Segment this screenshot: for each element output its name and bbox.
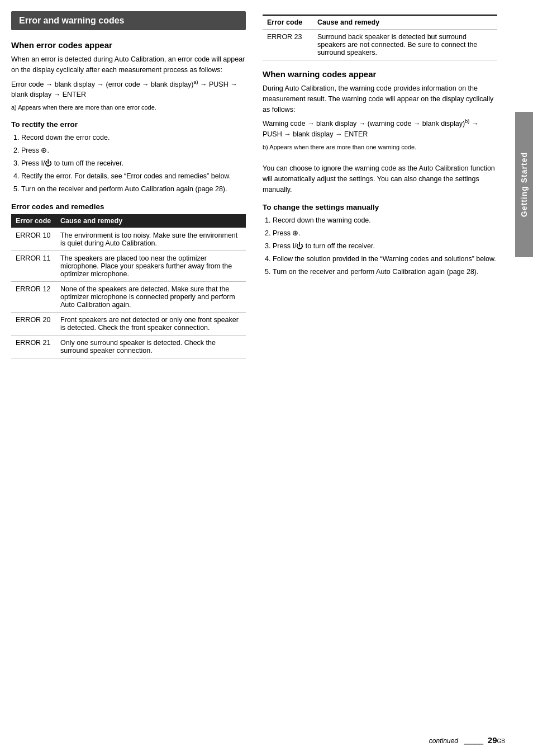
left-column: Error and warning codes When error codes…	[11, 11, 246, 745]
when-warning-codes-body2: You can choose to ignore the warning cod…	[263, 163, 497, 195]
remedy-cell: The environment is too noisy. Make sure …	[56, 228, 246, 251]
page-wrapper: Getting Started Error and warning codes …	[0, 0, 533, 756]
side-tab-label: Getting Started	[520, 152, 529, 217]
rectify-step-5: Turn on the receiver and perform Auto Ca…	[21, 183, 246, 195]
col-header-remedy: Cause and remedy	[56, 214, 246, 228]
rectify-step-1: Record down the error code.	[21, 132, 246, 143]
to-rectify-heading: To rectify the error	[11, 120, 246, 129]
when-warning-codes-heading: When warning codes appear	[263, 69, 497, 79]
right-col-header-remedy: Cause and remedy	[313, 15, 497, 30]
table-row: ERROR 21Only one surround speaker is det…	[11, 335, 246, 358]
right-column: Error code Cause and remedy ERROR 23Surr…	[263, 11, 497, 745]
right-table-header-row: Error code Cause and remedy	[263, 15, 497, 30]
rectify-step-2: Press ⊕.	[21, 145, 246, 156]
footnote-ref-b: b)	[465, 119, 469, 124]
change-settings-steps-list: Record down the warning code. Press ⊕. P…	[263, 215, 497, 277]
page-header: Error and warning codes	[11, 11, 246, 30]
warning-code-sequence: Warning code → blank display → (warning …	[263, 118, 497, 140]
change-step-4: Follow the solution provided in the “War…	[273, 253, 497, 264]
rectify-steps-list: Record down the error code. Press ⊕. Pre…	[11, 132, 246, 195]
main-content: Error and warning codes When error codes…	[0, 0, 533, 756]
error-code-cell: ERROR 21	[11, 335, 56, 358]
table-header-row: Error code Cause and remedy	[11, 214, 246, 228]
right-top-table: Error code Cause and remedy ERROR 23Surr…	[263, 15, 497, 60]
table-row: ERROR 20Front speakers are not detected …	[11, 312, 246, 335]
when-error-codes-heading: When error codes appear	[11, 40, 246, 50]
side-tab: Getting Started	[515, 112, 533, 257]
footnote-a: a) Appears when there are more than one …	[11, 103, 246, 112]
table-row: ERROR 12None of the speakers are detecte…	[11, 281, 246, 312]
table-row: ERROR 10The environment is too noisy. Ma…	[11, 228, 246, 251]
error-codes-table: Error code Cause and remedy ERROR 10The …	[11, 214, 246, 358]
remedy-cell: Only one surround speaker is detected. C…	[56, 335, 246, 358]
remedy-cell: Surround back speaker is detected but su…	[313, 30, 497, 60]
rectify-step-4: Rectify the error. For details, see “Err…	[21, 171, 246, 182]
table-row: ERROR 11The speakers are placed too near…	[11, 251, 246, 281]
to-change-settings-heading: To change the settings manually	[263, 203, 497, 211]
error-codes-remedies-heading: Error codes and remedies	[11, 202, 246, 211]
footnote-ref-a: a)	[194, 79, 198, 85]
remedy-cell: None of the speakers are detected. Make …	[56, 281, 246, 312]
page-number: 29GB	[488, 735, 505, 745]
error-code-cell: ERROR 11	[11, 251, 56, 281]
right-col-header-code: Error code	[263, 15, 313, 30]
table-row: ERROR 23Surround back speaker is detecte…	[263, 30, 497, 60]
error-code-cell: ERROR 12	[11, 281, 56, 312]
change-step-1: Record down the warning code.	[273, 215, 497, 226]
remedy-cell: The speakers are placed too near the opt…	[56, 251, 246, 281]
change-step-3: Press I/⏻ to turn off the receiver.	[273, 240, 497, 252]
error-code-sequence: Error code → blank display → (error code…	[11, 79, 246, 101]
when-error-codes-body: When an error is detected during Auto Ca…	[11, 54, 246, 75]
error-code-cell: ERROR 23	[263, 30, 313, 60]
page-header-text: Error and warning codes	[19, 16, 124, 25]
page-footer: continued ⎯⎯⎯⎯⎯ 29GB	[429, 735, 505, 745]
footnote-b: b) Appears when there are more than one …	[263, 143, 497, 152]
change-step-2: Press ⊕.	[273, 228, 497, 239]
change-step-5: Turn on the receiver and perform Auto Ca…	[273, 266, 497, 277]
rectify-step-3: Press I/⏻ to turn off the receiver.	[21, 158, 246, 169]
remedy-cell: Front speakers are not detected or only …	[56, 312, 246, 335]
when-warning-codes-body1: During Auto Calibration, the warning cod…	[263, 83, 497, 115]
col-header-code: Error code	[11, 214, 56, 228]
continued-text: continued	[429, 737, 458, 745]
error-code-cell: ERROR 10	[11, 228, 56, 251]
error-code-cell: ERROR 20	[11, 312, 56, 335]
